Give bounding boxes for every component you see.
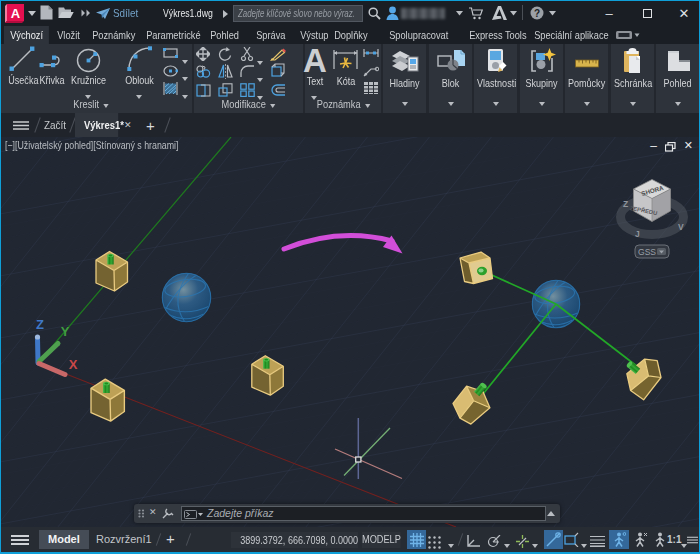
svg-text:Z: Z [36, 317, 44, 332]
svg-text:X: X [69, 357, 78, 372]
svg-text:GSS: GSS [638, 247, 656, 257]
svg-text:V: V [678, 222, 684, 232]
svg-text:J: J [635, 229, 640, 239]
svg-text:A: A [11, 6, 21, 21]
svg-text:Y: Y [61, 324, 70, 339]
svg-text:?: ? [534, 8, 540, 19]
svg-text:Z: Z [623, 199, 628, 209]
